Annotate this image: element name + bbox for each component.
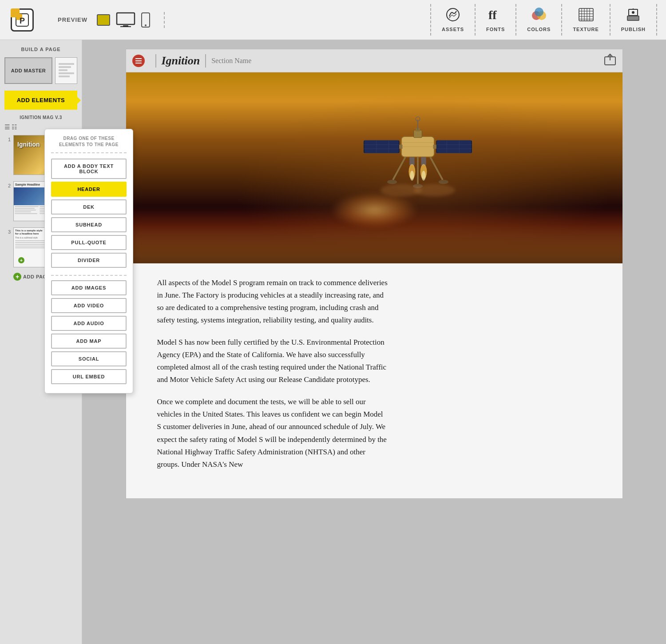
page-number-1: 1 — [4, 135, 11, 142]
content-area: Ignition Section Name — [82, 40, 666, 644]
desktop-preview-icon[interactable] — [116, 12, 135, 28]
article-body: All aspects of the Model S program remai… — [126, 263, 622, 498]
svg-line-47 — [393, 157, 405, 180]
article-header-bar: Ignition Section Name — [126, 49, 622, 72]
svg-rect-46 — [433, 145, 436, 149]
add-elements-button[interactable]: ADD ELEMENTS — [4, 91, 77, 110]
elements-panel: DRAG ONE OF THESE ELEMENTS TO THE PAGE A… — [44, 129, 133, 394]
svg-point-52 — [438, 180, 448, 184]
toolbar-right: ASSETS ff FONTS COLORS — [430, 4, 657, 36]
add-video-button[interactable]: ADD VIDEO — [51, 298, 127, 313]
fonts-tool[interactable]: ff FONTS — [475, 4, 515, 36]
social-button[interactable]: SOCIAL — [51, 351, 127, 366]
panel-divider — [51, 275, 127, 276]
texture-icon — [578, 8, 594, 25]
add-body-text-button[interactable]: ADD A BODY TEXT BLOCK — [51, 159, 127, 179]
master-thumb — [55, 57, 77, 84]
share-icon[interactable] — [604, 53, 616, 68]
svg-point-9 — [447, 8, 459, 21]
preview-label: PREVIEW — [58, 16, 87, 23]
dek-button[interactable]: DEK — [51, 199, 127, 215]
texture-tool[interactable]: TEXTURE — [561, 4, 609, 36]
svg-text:P: P — [20, 16, 25, 25]
page-number-3: 3 — [4, 227, 11, 235]
thruster-glow — [330, 192, 419, 228]
grid-view-icon[interactable]: ☷ — [12, 123, 17, 131]
svg-point-57 — [410, 171, 414, 180]
svg-rect-39 — [436, 140, 472, 153]
menu-lines — [135, 58, 142, 64]
assets-label: ASSETS — [442, 27, 464, 32]
article-title: Ignition — [162, 54, 200, 68]
svg-line-49 — [430, 157, 443, 180]
article-section-name[interactable]: Section Name — [211, 57, 251, 65]
url-embed-button[interactable]: URL EMBED — [51, 369, 127, 384]
svg-point-13 — [535, 8, 543, 16]
panel-title: DRAG ONE OF THESE ELEMENTS TO THE PAGE — [51, 135, 127, 153]
colors-tool[interactable]: COLORS — [515, 4, 561, 36]
svg-point-66 — [413, 184, 455, 196]
mag-title: IGNITION MAG V.3 — [4, 115, 77, 120]
svg-rect-53 — [409, 157, 414, 166]
publish-label: PUBLISH — [621, 27, 646, 32]
hero-image — [126, 72, 622, 263]
svg-point-58 — [421, 171, 425, 180]
svg-text:ff: ff — [488, 8, 497, 22]
article-title-bar: Ignition Section Name — [162, 54, 604, 68]
svg-rect-4 — [117, 13, 135, 24]
svg-rect-38 — [399, 145, 402, 149]
publish-icon — [625, 8, 641, 25]
title-divider-2 — [205, 54, 206, 68]
pull-quote-button[interactable]: PULL-QUOTE — [51, 235, 127, 250]
svg-rect-24 — [628, 16, 638, 20]
fonts-icon: ff — [488, 8, 503, 25]
divider-button[interactable]: DIVIDER — [51, 253, 127, 268]
article-body-text-1: All aspects of the Model S program remai… — [157, 277, 388, 326]
toolbar: P PREVIEW — [0, 0, 666, 40]
title-divider — [155, 54, 156, 68]
subhead-button[interactable]: SUBHEAD — [51, 217, 127, 232]
article-menu-icon[interactable] — [132, 55, 145, 67]
texture-label: TEXTURE — [573, 27, 599, 32]
preview-section: PREVIEW — [44, 12, 165, 28]
svg-point-8 — [145, 24, 147, 26]
add-page-circle-icon: + — [13, 273, 21, 281]
main-layout: BUILD A PAGE ADD MASTER ADD ELEMENTS IGN… — [0, 40, 666, 644]
publish-tool[interactable]: PUBLISH — [610, 4, 657, 36]
header-button[interactable]: HEADER — [51, 182, 127, 197]
list-view-icon[interactable]: ☰ — [4, 123, 10, 131]
logo-icon: P — [11, 8, 34, 32]
mobile-preview-icon[interactable] — [141, 12, 151, 28]
svg-point-50 — [387, 180, 396, 184]
assets-tool[interactable]: ASSETS — [430, 4, 475, 36]
colors-label: COLORS — [527, 27, 551, 32]
svg-rect-31 — [364, 140, 399, 153]
add-images-button[interactable]: ADD IMAGES — [51, 280, 127, 295]
fonts-label: FONTS — [486, 27, 505, 32]
svg-point-26 — [632, 11, 634, 14]
page-3-indicator: + — [18, 257, 24, 263]
logo[interactable]: P — [9, 7, 36, 33]
build-label: BUILD A PAGE — [4, 47, 77, 52]
sidebar: BUILD A PAGE ADD MASTER ADD ELEMENTS IGN… — [0, 40, 82, 644]
article-body-text-2: Model S has now been fully certified by … — [157, 336, 388, 386]
add-master-button[interactable]: ADD MASTER — [4, 57, 52, 84]
sidebar-top-buttons: ADD MASTER — [4, 57, 77, 84]
add-audio-button[interactable]: ADD AUDIO — [51, 316, 127, 331]
tablet-preview-icon[interactable] — [96, 13, 111, 27]
svg-rect-3 — [97, 15, 110, 25]
colors-icon — [531, 8, 547, 25]
assets-icon — [446, 8, 460, 25]
page-number-2: 2 — [4, 181, 11, 188]
article-body-text-3: Once we complete and document the tests,… — [157, 396, 388, 470]
svg-rect-54 — [421, 157, 426, 166]
add-map-button[interactable]: ADD MAP — [51, 334, 127, 349]
article-container: Ignition Section Name — [126, 49, 623, 499]
